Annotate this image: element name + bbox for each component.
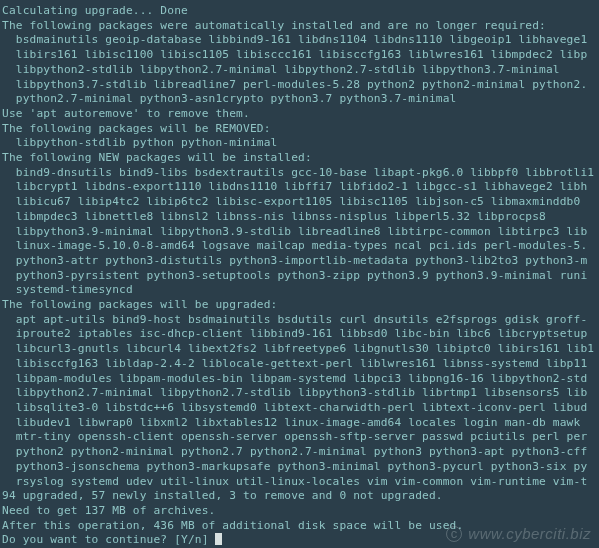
prompt-line[interactable]: Do you want to continue? [Y/n] (2, 533, 222, 546)
prompt-text: Do you want to continue? [Y/n] (2, 533, 215, 546)
cursor (215, 533, 222, 545)
terminal-output: Calculating upgrade... Done The followin… (0, 0, 599, 548)
